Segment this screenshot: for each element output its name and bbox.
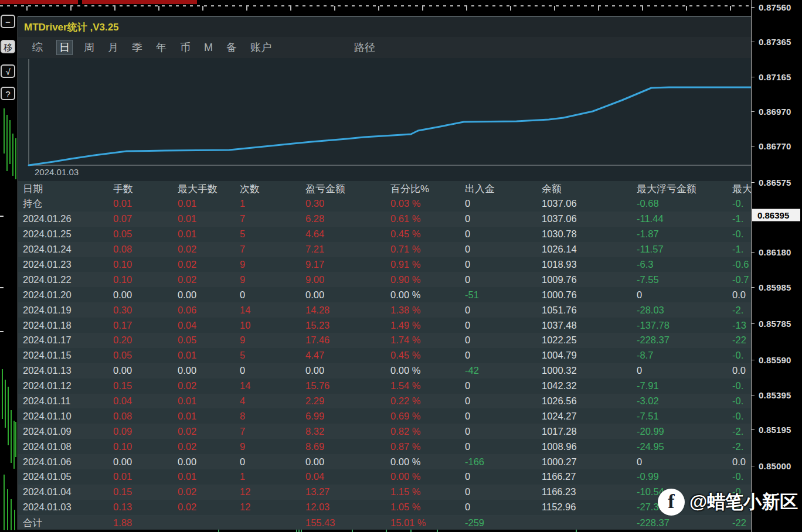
cell-max_lots: 0.06 xyxy=(173,305,235,316)
candlestick-sliver xyxy=(15,138,16,179)
cell-pct: 0.61 % xyxy=(386,213,460,224)
cell-pct: 0.90 % xyxy=(386,274,460,285)
table-row: 2024.01.260.070.0176.280.61 %01037.06-11… xyxy=(18,212,802,227)
price-label: 0.87365 xyxy=(759,37,791,47)
grid-dash xyxy=(0,216,4,217)
scale-tick xyxy=(422,6,423,11)
cell-max_lots: 0.01 xyxy=(173,411,235,422)
tab-6[interactable]: 年 xyxy=(156,40,166,54)
volume-tick xyxy=(386,530,387,532)
table-row: 2024.01.230.100.0299.170.91 %01018.93-6.… xyxy=(18,257,802,272)
cell-pct: 0.71 % xyxy=(386,244,460,255)
price-axis: 0.875600.873650.871650.869700.867700.865… xyxy=(751,0,802,532)
scale-tick xyxy=(686,6,687,11)
table-row: 2024.01.240.080.0277.210.71 %01026.14-11… xyxy=(18,242,802,257)
cell-inout: -51 xyxy=(460,289,537,301)
tab-11[interactable]: 路径 xyxy=(354,40,375,54)
scale-tick xyxy=(26,6,28,11)
cell-balance: 1152.96 xyxy=(537,502,632,513)
total-max_dd: -228.37 xyxy=(632,517,728,528)
tab-5[interactable]: 季 xyxy=(132,40,142,54)
cell-inout: 0 xyxy=(460,350,537,361)
left-chart-strip: −移√? xyxy=(0,12,18,532)
volume-tick xyxy=(352,530,353,532)
cell-count: 5 xyxy=(235,350,301,361)
cell-date: 2024.01.04 xyxy=(18,486,108,497)
red-marker-bar xyxy=(82,0,197,4)
cell-balance: 1051.76 xyxy=(537,305,632,316)
axis-tick xyxy=(752,429,755,430)
tab-9[interactable]: 备 xyxy=(226,40,237,54)
cell-max_lots: 0.01 xyxy=(173,395,235,407)
scale-tick xyxy=(158,6,159,11)
cell-count: 9 xyxy=(235,335,301,346)
cell-lots: 0.05 xyxy=(108,350,173,361)
cell-date: 2024.01.23 xyxy=(18,259,108,270)
price-label: 0.85590 xyxy=(759,355,791,365)
cell-inout: 0 xyxy=(460,229,537,240)
cell-max_lots: 0.00 xyxy=(173,456,235,468)
period-tab-bar: 综日周月季年币M备账户路径 xyxy=(18,37,802,58)
cell-balance: 1017.28 xyxy=(537,426,632,437)
candlestick-sliver xyxy=(15,422,16,457)
cell-count: 7 xyxy=(235,213,301,224)
tab-4[interactable]: 月 xyxy=(108,40,118,54)
cell-count: 5 xyxy=(235,229,301,240)
table-row: 2024.01.050.010.0110.040.00 %01166.27-0.… xyxy=(18,469,802,485)
watermark-handle: @蜡笔小新区 xyxy=(689,490,798,514)
cell-inout: 0 xyxy=(460,502,537,513)
current-price-tag: 0.86395 xyxy=(752,209,800,221)
cell-pct: 0.87 % xyxy=(386,441,460,452)
cell-lots: 0.00 xyxy=(108,365,173,376)
cell-balance: 1000.32 xyxy=(537,365,632,376)
cell-max_dd: -137.78 xyxy=(632,320,728,331)
cell-pnl: 4.64 xyxy=(301,229,386,240)
cell-date: 2024.01.24 xyxy=(18,244,108,255)
minimize-button[interactable]: − xyxy=(1,15,15,28)
tab-8[interactable]: M xyxy=(204,42,213,54)
cell-balance: 1042.32 xyxy=(537,380,632,391)
tab-3[interactable]: 周 xyxy=(84,40,94,54)
cell-count: 0 xyxy=(235,365,301,376)
tab-2[interactable]: 日 xyxy=(56,40,73,55)
cell-inout: 0 xyxy=(460,259,537,270)
candlestick-sliver xyxy=(14,510,15,530)
cell-pnl: 15.23 xyxy=(301,320,386,331)
cell-lots: 0.09 xyxy=(108,426,173,437)
cell-date: 2024.01.13 xyxy=(18,365,108,376)
cell-balance: 1166.27 xyxy=(537,471,632,482)
cell-date: 持仓 xyxy=(18,197,108,210)
help-button[interactable]: ? xyxy=(1,87,15,100)
tab-7[interactable]: 币 xyxy=(180,40,191,54)
confirm-button[interactable]: √ xyxy=(1,64,15,78)
cell-lots: 0.01 xyxy=(108,198,173,209)
cell-lots: 0.04 xyxy=(108,395,173,407)
axis-tick xyxy=(752,466,755,466)
tab-1[interactable]: 综 xyxy=(32,40,43,54)
chart-start-date-label: 2024.01.03 xyxy=(35,167,79,177)
cell-pct: 1.54 % xyxy=(386,380,460,391)
table-row: 2024.01.120.150.021415.761.54 %01042.32-… xyxy=(18,378,802,394)
cell-max_lots: 0.01 xyxy=(173,350,235,361)
cell-count: 1 xyxy=(235,471,301,482)
table-row: 2024.01.150.050.0154.470.45 %01004.79-8.… xyxy=(18,348,802,363)
tab-10[interactable]: 账户 xyxy=(250,40,271,54)
cell-max_lots: 0.02 xyxy=(173,441,235,452)
cell-count: 9 xyxy=(235,259,301,270)
cell-count: 4 xyxy=(235,395,301,407)
cell-pct: 0.03 % xyxy=(386,198,460,209)
cell-max_dd: -228.37 xyxy=(632,335,728,346)
cell-max_dd: -7.91 xyxy=(632,380,728,391)
cell-count: 7 xyxy=(235,426,301,437)
cell-balance: 1026.56 xyxy=(537,395,632,407)
cell-max_lots: 0.01 xyxy=(173,213,235,224)
cell-lots: 0.00 xyxy=(108,289,173,301)
price-label: 0.87165 xyxy=(759,72,791,82)
scale-tick xyxy=(246,6,247,11)
axis-tick xyxy=(752,111,755,112)
cell-pct: 0.91 % xyxy=(386,259,460,270)
cell-balance: 1000.27 xyxy=(537,456,632,468)
move-button[interactable]: 移 xyxy=(1,40,15,53)
price-label: 0.86575 xyxy=(759,178,791,187)
table-header-row: 日期手数最大手数次数盈亏金额百分比%出入金余额最大浮亏金额最大 xyxy=(18,181,802,196)
